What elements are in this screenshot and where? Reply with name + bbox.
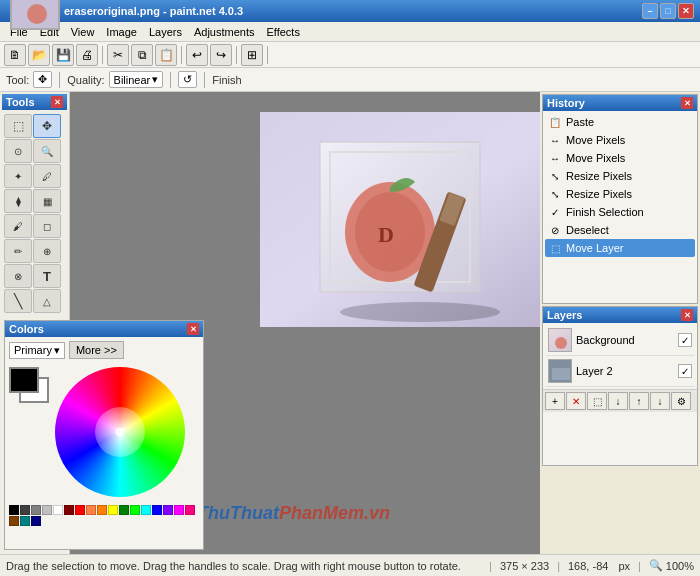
primary-color-swatch[interactable] bbox=[9, 367, 39, 393]
colors-body: Primary ▾ More >> bbox=[5, 337, 203, 530]
color-mode-dropdown[interactable]: Primary ▾ bbox=[9, 342, 65, 359]
new-button[interactable]: 🗎 bbox=[4, 44, 26, 66]
tool-zoom[interactable]: 🔍 bbox=[33, 139, 61, 163]
layer-properties-button[interactable]: ⚙ bbox=[671, 392, 691, 410]
swatch-darkgreen[interactable] bbox=[119, 505, 129, 515]
tool-pencil[interactable]: ✏ bbox=[4, 239, 32, 263]
tool-shapes[interactable]: △ bbox=[33, 289, 61, 313]
swatch-lightgray[interactable] bbox=[42, 505, 52, 515]
history-item-deselect[interactable]: ⊘ Deselect bbox=[545, 221, 695, 239]
history-item-paste[interactable]: 📋 Paste bbox=[545, 113, 695, 131]
swatch-teal[interactable] bbox=[20, 516, 30, 526]
resize-icon: ⤡ bbox=[548, 187, 562, 201]
quality-dropdown[interactable]: Bilinear ▾ bbox=[109, 71, 164, 88]
history-item-move1[interactable]: ↔ Move Pixels bbox=[545, 131, 695, 149]
swatch-green[interactable] bbox=[130, 505, 140, 515]
layer-2-visibility[interactable]: ✓ bbox=[678, 364, 692, 378]
tool-rectangle-select[interactable]: ⬚ bbox=[4, 114, 32, 138]
cut-button[interactable]: ✂ bbox=[107, 44, 129, 66]
undo-button[interactable]: ↩ bbox=[186, 44, 208, 66]
title-thumbnail bbox=[10, 0, 60, 30]
paste-button[interactable]: 📋 bbox=[155, 44, 177, 66]
tool-eraser[interactable]: ◻ bbox=[33, 214, 61, 238]
canvas-image: D bbox=[260, 112, 540, 327]
layer-item-2[interactable]: Layer 2 ✓ bbox=[545, 356, 695, 387]
move-layer-up-button[interactable]: ↑ bbox=[629, 392, 649, 410]
history-item-move2[interactable]: ↔ Move Pixels bbox=[545, 149, 695, 167]
tool-dropdown[interactable]: ✥ bbox=[33, 71, 52, 88]
tool-magic-wand[interactable]: ✦ bbox=[4, 164, 32, 188]
swatch-pink[interactable] bbox=[185, 505, 195, 515]
swatch-gray[interactable] bbox=[31, 505, 41, 515]
maximize-button[interactable]: □ bbox=[660, 3, 676, 19]
tool-lasso[interactable]: ⊙ bbox=[4, 139, 32, 163]
save-button[interactable]: 💾 bbox=[52, 44, 74, 66]
more-colors-button[interactable]: More >> bbox=[69, 341, 124, 359]
copy-button[interactable]: ⧉ bbox=[131, 44, 153, 66]
swatch-cyan[interactable] bbox=[141, 505, 151, 515]
tools-panel-close[interactable]: ✕ bbox=[51, 96, 63, 108]
tool-recolor[interactable]: ⊗ bbox=[4, 264, 32, 288]
colors-panel-header: Colors ✕ bbox=[5, 321, 203, 337]
rotation-control[interactable]: ↺ bbox=[178, 71, 197, 88]
layers-panel-close[interactable]: ✕ bbox=[681, 309, 693, 321]
open-button[interactable]: 📂 bbox=[28, 44, 50, 66]
swatch-purple[interactable] bbox=[163, 505, 173, 515]
tools-panel-title: Tools bbox=[6, 96, 35, 108]
layers-panel-header: Layers ✕ bbox=[543, 307, 697, 323]
move-layer-icon: ⬚ bbox=[548, 241, 562, 255]
tool-eyedropper[interactable]: 🖊 bbox=[33, 164, 61, 188]
minimize-button[interactable]: – bbox=[642, 3, 658, 19]
select-all-button[interactable]: ⊞ bbox=[241, 44, 263, 66]
tool-paint-bucket[interactable]: ⧫ bbox=[4, 189, 32, 213]
swatch-yellow[interactable] bbox=[108, 505, 118, 515]
menu-view[interactable]: View bbox=[65, 24, 101, 40]
swatch-orange[interactable] bbox=[86, 505, 96, 515]
swatch-magenta[interactable] bbox=[174, 505, 184, 515]
colors-panel-close[interactable]: ✕ bbox=[187, 323, 199, 335]
sep6 bbox=[170, 72, 171, 88]
menu-effects[interactable]: Effects bbox=[261, 24, 306, 40]
menu-adjustments[interactable]: Adjustments bbox=[188, 24, 261, 40]
swatch-darkred[interactable] bbox=[64, 505, 74, 515]
history-panel-header: History ✕ bbox=[543, 95, 697, 111]
swatch-blue[interactable] bbox=[152, 505, 162, 515]
add-layer-button[interactable]: + bbox=[545, 392, 565, 410]
layers-panel-title: Layers bbox=[547, 309, 582, 321]
close-button[interactable]: ✕ bbox=[678, 3, 694, 19]
merge-layer-button[interactable]: ↓ bbox=[608, 392, 628, 410]
swatch-brown[interactable] bbox=[9, 516, 19, 526]
history-item-resize1[interactable]: ⤡ Resize Pixels bbox=[545, 167, 695, 185]
color-wheel-container[interactable] bbox=[55, 367, 185, 497]
duplicate-layer-button[interactable]: ⬚ bbox=[587, 392, 607, 410]
tool-gradient[interactable]: ▦ bbox=[33, 189, 61, 213]
resize-icon: ⤡ bbox=[548, 169, 562, 183]
menu-image[interactable]: Image bbox=[100, 24, 143, 40]
history-panel-close[interactable]: ✕ bbox=[681, 97, 693, 109]
move-layer-down-button[interactable]: ↓ bbox=[650, 392, 670, 410]
history-item-label: Resize Pixels bbox=[566, 170, 632, 182]
swatch-navy[interactable] bbox=[31, 516, 41, 526]
tool-paintbrush[interactable]: 🖌 bbox=[4, 214, 32, 238]
swatch-red[interactable] bbox=[75, 505, 85, 515]
swatch-darkgray[interactable] bbox=[20, 505, 30, 515]
color-wheel[interactable] bbox=[55, 367, 185, 497]
tool-line[interactable]: ╲ bbox=[4, 289, 32, 313]
print-button[interactable]: 🖨 bbox=[76, 44, 98, 66]
layer-item-background[interactable]: Background ✓ bbox=[545, 325, 695, 356]
tool-move[interactable]: ✥ bbox=[33, 114, 61, 138]
swatch-amber[interactable] bbox=[97, 505, 107, 515]
menu-layers[interactable]: Layers bbox=[143, 24, 188, 40]
finish-button[interactable]: Finish bbox=[212, 74, 241, 86]
history-item-move-layer[interactable]: ⬚ Move Layer bbox=[545, 239, 695, 257]
tool-text[interactable]: T bbox=[33, 264, 61, 288]
deselect-icon: ⊘ bbox=[548, 223, 562, 237]
tool-clone-stamp[interactable]: ⊕ bbox=[33, 239, 61, 263]
swatch-white[interactable] bbox=[53, 505, 63, 515]
swatch-black[interactable] bbox=[9, 505, 19, 515]
history-item-finish[interactable]: ✓ Finish Selection bbox=[545, 203, 695, 221]
history-item-resize2[interactable]: ⤡ Resize Pixels bbox=[545, 185, 695, 203]
delete-layer-button[interactable]: ✕ bbox=[566, 392, 586, 410]
redo-button[interactable]: ↪ bbox=[210, 44, 232, 66]
layer-background-visibility[interactable]: ✓ bbox=[678, 333, 692, 347]
